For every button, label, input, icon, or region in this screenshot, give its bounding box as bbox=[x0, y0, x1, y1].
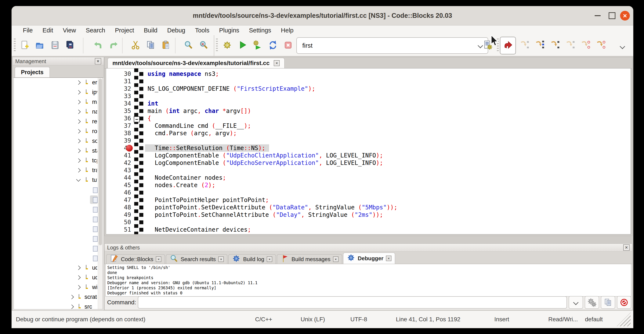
step-into-instruction-button[interactable] bbox=[594, 37, 608, 54]
maximize-button[interactable] bbox=[606, 6, 618, 25]
tree-item-erro-0[interactable]: erro bbox=[14, 78, 103, 88]
code-line-52[interactable]: 52 devices = pointToPoint.Install (nodes… bbox=[106, 233, 631, 234]
tree-scrollbar[interactable] bbox=[98, 78, 103, 309]
copy-button[interactable] bbox=[144, 37, 158, 54]
minimize-button[interactable] bbox=[591, 6, 604, 25]
tree-item-sock-6[interactable]: sock bbox=[14, 136, 103, 146]
breakpoint-marker[interactable] bbox=[126, 145, 133, 152]
chevron-right-icon[interactable] bbox=[70, 304, 74, 309]
menu-project[interactable]: Project bbox=[110, 27, 139, 34]
code-line-43[interactable]: 43 bbox=[106, 167, 631, 174]
run-to-cursor-button[interactable] bbox=[517, 37, 531, 54]
code-line-35[interactable]: 35main (int argc, char *argv[]) bbox=[106, 107, 631, 115]
find-button[interactable] bbox=[182, 37, 196, 54]
chevron-right-icon[interactable] bbox=[76, 100, 81, 104]
tree-item-tcp-8[interactable]: tcp bbox=[14, 156, 103, 166]
replace-button[interactable]: R bbox=[197, 37, 211, 54]
code-line-39[interactable]: 39 bbox=[106, 137, 631, 144]
tree-item-fir-12[interactable]: fir bbox=[14, 195, 103, 204]
cut-button[interactable] bbox=[128, 37, 142, 54]
save-all-files-button[interactable] bbox=[63, 37, 77, 54]
stop-debugger-button[interactable] bbox=[617, 296, 631, 309]
log-tab-debugger[interactable]: Debugger× bbox=[343, 253, 395, 264]
code-line-38[interactable]: 38 cmd.Parse (argc, argv); bbox=[106, 130, 631, 137]
debug-settings-button[interactable] bbox=[585, 296, 599, 309]
code-line-45[interactable]: 45 nodes.Create (2); bbox=[106, 181, 631, 189]
code-line-51[interactable]: 51 NetDeviceContainer devices; bbox=[106, 226, 631, 233]
project-tree[interactable]: erroipv6matnamreallroutsockstattcptraflt… bbox=[14, 78, 103, 309]
code-line-50[interactable]: 50 bbox=[106, 218, 631, 226]
code-line-47[interactable]: 47 PointToPointHelper pointToPoint; bbox=[106, 196, 631, 204]
code-line-49[interactable]: 49 pointToPoint.SetChannelAttribute ("De… bbox=[106, 211, 631, 218]
tree-item-ipv6-1[interactable]: ipv6 bbox=[14, 88, 103, 97]
toolbar-grip[interactable] bbox=[14, 39, 16, 53]
menu-build[interactable]: Build bbox=[139, 27, 162, 34]
chevron-down-icon[interactable] bbox=[76, 177, 81, 182]
code-line-41[interactable]: 41 LogComponentEnable ("UdpEchoClientApp… bbox=[106, 152, 631, 159]
tree-item-se-15[interactable]: se bbox=[14, 224, 103, 234]
menu-tools[interactable]: Tools bbox=[190, 27, 214, 34]
fold-marker[interactable] bbox=[134, 116, 140, 122]
code-line-30[interactable]: 30using namespace ns3; bbox=[106, 70, 631, 78]
open-file-button[interactable] bbox=[33, 37, 47, 54]
paste-button[interactable] bbox=[159, 37, 173, 54]
step-into-button[interactable] bbox=[548, 37, 562, 54]
redo-button[interactable] bbox=[106, 37, 120, 54]
chevron-right-icon[interactable] bbox=[76, 110, 81, 114]
code-line-40[interactable]: 40 Time::SetResolution (Time::NS); bbox=[106, 144, 631, 152]
command-dropdown-button[interactable] bbox=[569, 296, 583, 309]
code-line-36[interactable]: 36{ bbox=[106, 115, 631, 122]
log-tab-close-button[interactable]: × bbox=[267, 256, 272, 262]
tree-item-udp--20[interactable]: udp- bbox=[14, 273, 103, 282]
menu-file[interactable]: File bbox=[18, 27, 38, 34]
tree-item-he-14[interactable]: he bbox=[14, 214, 103, 224]
debug-continue-button[interactable] bbox=[500, 37, 516, 55]
build-target-combo[interactable]: first bbox=[296, 37, 488, 54]
tree-item-src-23[interactable]: src bbox=[14, 302, 103, 309]
tree-item-fo-13[interactable]: fo bbox=[14, 204, 103, 214]
save-file-button[interactable] bbox=[48, 37, 62, 54]
tree-item-th-18[interactable]: th bbox=[14, 253, 103, 263]
editor-tab-close-button[interactable]: × bbox=[274, 60, 280, 66]
rebuild-button[interactable] bbox=[266, 37, 280, 54]
code-line-34[interactable]: 34int bbox=[106, 100, 631, 107]
code-line-46[interactable]: 46 bbox=[106, 189, 631, 196]
tree-item-se-16[interactable]: se bbox=[14, 234, 103, 243]
build-button[interactable] bbox=[220, 37, 234, 54]
code-line-31[interactable]: 31 bbox=[106, 78, 631, 85]
code-line-37[interactable]: 37 CommandLine cmd (__FILE__); bbox=[106, 122, 631, 130]
step-out-button[interactable] bbox=[563, 37, 577, 54]
log-tab-close-button[interactable]: × bbox=[218, 256, 224, 262]
editor-tab-first-cc[interactable]: mnt/dev/tools/source/ns-3-dev/examples/t… bbox=[108, 58, 284, 68]
chevron-right-icon[interactable] bbox=[76, 265, 81, 270]
tree-item-stat-7[interactable]: stat bbox=[14, 146, 103, 156]
log-tab-build-log[interactable]: Build log× bbox=[228, 254, 276, 264]
menu-settings[interactable]: Settings bbox=[244, 27, 276, 34]
log-tab-close-button[interactable]: × bbox=[386, 256, 392, 261]
titlebar[interactable]: mnt/dev/tools/source/ns-3-dev/examples/t… bbox=[12, 6, 633, 26]
code-line-33[interactable]: 33 bbox=[106, 92, 631, 100]
menu-debug[interactable]: Debug bbox=[162, 27, 190, 34]
chevron-right-icon[interactable] bbox=[70, 295, 74, 299]
toolbar-grip[interactable] bbox=[216, 39, 218, 53]
chevron-right-icon[interactable] bbox=[76, 139, 81, 143]
log-tab-close-button[interactable]: × bbox=[156, 256, 161, 262]
next-line-button[interactable] bbox=[532, 37, 546, 54]
menu-help[interactable]: Help bbox=[276, 27, 298, 34]
tree-item-scratch-22[interactable]: scratch bbox=[14, 292, 103, 302]
tree-item-six-17[interactable]: six bbox=[14, 243, 103, 253]
build-and-run-button[interactable] bbox=[251, 37, 265, 54]
menu-search[interactable]: Search bbox=[81, 27, 110, 34]
command-input[interactable] bbox=[138, 296, 567, 308]
code-editor[interactable]: 30using namespace ns3;3132NS_LOG_COMPONE… bbox=[106, 68, 631, 234]
tree-item-mat-2[interactable]: mat bbox=[14, 97, 103, 107]
tree-scrollbar-thumb[interactable] bbox=[99, 79, 102, 245]
tree-item-rout-5[interactable]: rout bbox=[14, 127, 103, 136]
tree-item-wire-21[interactable]: wire bbox=[14, 282, 103, 292]
chevron-right-icon[interactable] bbox=[76, 168, 81, 173]
debugger-log-view[interactable]: Setting SHELL to '/bin/sh'doneSetting br… bbox=[106, 264, 631, 296]
chevron-right-icon[interactable] bbox=[76, 275, 81, 280]
abort-build-button[interactable] bbox=[281, 37, 295, 54]
next-instruction-button[interactable] bbox=[578, 37, 592, 54]
management-close-button[interactable]: × bbox=[95, 58, 101, 65]
